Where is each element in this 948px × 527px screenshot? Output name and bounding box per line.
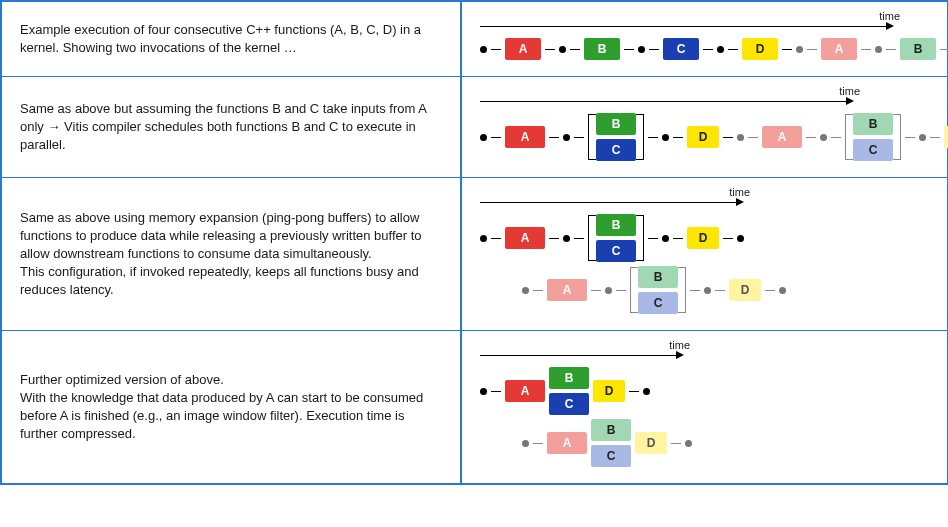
function-block-b: B <box>596 113 636 135</box>
connector-segment <box>491 391 501 392</box>
connector-segment <box>715 290 725 291</box>
connector-dot <box>480 134 487 141</box>
time-label: time <box>669 339 690 351</box>
connector-segment <box>806 137 816 138</box>
connector-segment <box>629 391 639 392</box>
connector-segment <box>648 238 658 239</box>
diagram-cell-3: timeABCDABCD <box>461 331 948 484</box>
connector-dot <box>704 287 711 294</box>
connector-dot <box>638 46 645 53</box>
time-label: time <box>879 10 900 22</box>
function-block-b: B <box>596 214 636 236</box>
function-block-d: D <box>593 380 625 402</box>
description-cell-3: Further optimized version of above. With… <box>1 331 461 484</box>
time-axis: time <box>480 89 860 107</box>
connector-dot <box>563 235 570 242</box>
connector-segment <box>728 49 738 50</box>
time-axis: time <box>480 343 690 361</box>
function-block-b-faded: B <box>638 266 678 288</box>
connector-segment <box>703 49 713 50</box>
connector-segment <box>690 290 700 291</box>
function-block-c: C <box>596 139 636 161</box>
function-block-c: C <box>549 393 589 415</box>
pipeline-row: ABCD <box>522 419 930 467</box>
connector-segment <box>782 49 792 50</box>
description-cell-0: Example execution of four consecutive C+… <box>1 1 461 77</box>
connector-segment <box>831 137 841 138</box>
pipeline-row: ABCDABCD <box>480 38 930 60</box>
parallel-split: BC <box>591 419 631 467</box>
function-block-c: C <box>663 38 699 60</box>
pipeline-row: ABCD <box>480 367 930 415</box>
connector-dot <box>522 440 529 447</box>
connector-dot <box>522 287 529 294</box>
connector-segment <box>861 49 871 50</box>
diagram-table: Example execution of four consecutive C+… <box>0 0 948 485</box>
connector-dot <box>480 235 487 242</box>
pipeline-row: ABCD <box>522 266 930 314</box>
function-block-c-faded: C <box>591 445 631 467</box>
function-block-c: C <box>596 240 636 262</box>
connector-segment <box>549 238 559 239</box>
time-label: time <box>839 85 860 97</box>
arrow-icon <box>676 351 684 359</box>
connector-segment <box>491 137 501 138</box>
connector-segment <box>886 49 896 50</box>
connector-segment <box>591 290 601 291</box>
description-text: Same as above but assuming the functions… <box>20 100 442 155</box>
function-block-d: D <box>687 126 719 148</box>
connector-segment <box>723 238 733 239</box>
connector-dot <box>563 134 570 141</box>
connector-segment <box>905 137 915 138</box>
connector-segment <box>574 137 584 138</box>
connector-dot <box>662 235 669 242</box>
connector-dot <box>559 46 566 53</box>
connector-dot <box>643 388 650 395</box>
connector-segment <box>671 443 681 444</box>
parallel-split: BC <box>588 214 644 262</box>
description-cell-2: Same as above using memory expansion (pi… <box>1 178 461 331</box>
connector-segment <box>807 49 817 50</box>
connector-segment <box>624 49 634 50</box>
connector-dot <box>820 134 827 141</box>
connector-dot <box>737 134 744 141</box>
diagram-cell-1: timeABCDABCD <box>461 77 948 178</box>
description-text: Further optimized version of above. With… <box>20 371 442 444</box>
connector-dot <box>685 440 692 447</box>
function-block-a: A <box>505 227 545 249</box>
description-text: Example execution of four consecutive C+… <box>20 21 442 57</box>
pipeline-row: ABCD <box>480 214 930 262</box>
function-block-d-faded: D <box>944 126 948 148</box>
pipeline-row: ABCDABCD <box>480 113 930 161</box>
function-block-a-faded: A <box>762 126 802 148</box>
parallel-split: BC <box>630 266 686 314</box>
parallel-split: BC <box>549 367 589 415</box>
function-block-b-faded: B <box>900 38 936 60</box>
connector-segment <box>491 238 501 239</box>
connector-segment <box>533 290 543 291</box>
arrow-icon <box>736 198 744 206</box>
time-axis: time <box>480 14 900 32</box>
function-block-a: A <box>505 38 541 60</box>
function-block-b: B <box>584 38 620 60</box>
time-label: time <box>729 186 750 198</box>
connector-segment <box>748 137 758 138</box>
function-block-d-faded: D <box>635 432 667 454</box>
connector-dot <box>480 388 487 395</box>
connector-segment <box>491 49 501 50</box>
connector-dot <box>779 287 786 294</box>
connector-segment <box>570 49 580 50</box>
function-block-b-faded: B <box>853 113 893 135</box>
connector-segment <box>533 443 543 444</box>
function-block-d-faded: D <box>729 279 761 301</box>
function-block-a: A <box>505 126 545 148</box>
function-block-b: B <box>549 367 589 389</box>
connector-dot <box>919 134 926 141</box>
connector-dot <box>717 46 724 53</box>
connector-segment <box>648 137 658 138</box>
connector-segment <box>930 137 940 138</box>
function-block-d: D <box>742 38 778 60</box>
description-text: Same as above using memory expansion (pi… <box>20 209 442 300</box>
function-block-a: A <box>505 380 545 402</box>
connector-dot <box>605 287 612 294</box>
